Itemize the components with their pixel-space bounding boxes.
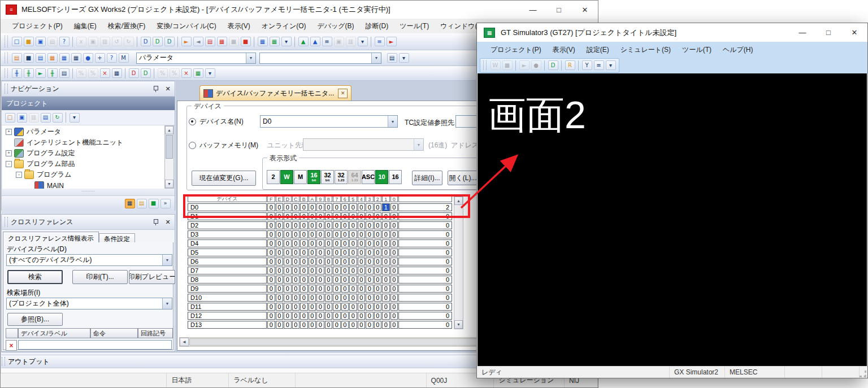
bit-cell[interactable]: 0 <box>276 203 284 211</box>
tree-splitter-handle[interactable]: ········· <box>2 189 175 195</box>
sort-filter-icon[interactable]: ▾ <box>70 113 80 123</box>
device-name-cell[interactable]: D0 <box>188 203 267 211</box>
bit-cell[interactable]: 0 <box>390 239 398 247</box>
gx-titlebar[interactable]: ≡ MELSOFTシリーズ GX Works2 (プロジェクト未設定) - [デ… <box>1 1 598 19</box>
bit-cell[interactable]: 0 <box>267 230 275 238</box>
bit-cell[interactable]: 0 <box>390 276 398 284</box>
bit-cell[interactable]: 0 <box>349 285 357 293</box>
docking-window-icon[interactable]: ▤ <box>36 53 46 63</box>
bit-cell[interactable]: 0 <box>366 294 374 302</box>
menu-item-4[interactable]: 表示(V) <box>222 19 256 33</box>
bit-cell[interactable]: 0 <box>390 312 398 320</box>
bit-cell[interactable]: 0 <box>325 239 333 247</box>
bit-cell[interactable]: 0 <box>333 303 341 311</box>
bit-cell[interactable]: 0 <box>349 230 357 238</box>
view-chevron-icon[interactable]: » <box>160 199 171 208</box>
bit-cell[interactable]: 0 <box>325 312 333 320</box>
bit-cell[interactable]: 0 <box>341 267 349 274</box>
bit-cell[interactable]: 0 <box>316 285 324 293</box>
bit-cell[interactable]: 0 <box>374 285 382 293</box>
watch1-icon[interactable]: % <box>76 68 86 78</box>
open-project-icon[interactable]: ■ <box>24 37 34 46</box>
table-vertical-scrollbar[interactable]: ▲ ▼ <box>454 196 463 329</box>
bit-cell[interactable]: 0 <box>390 303 398 311</box>
bit-cell[interactable]: 0 <box>276 239 284 247</box>
bit-cell[interactable]: 0 <box>267 212 275 220</box>
bit-cell[interactable]: 0 <box>284 276 292 284</box>
bit-cell[interactable]: 0 <box>374 212 382 220</box>
bit-cell[interactable]: 0 <box>382 312 390 320</box>
bit-cell[interactable]: 0 <box>358 249 366 256</box>
device-register-icon[interactable]: ▦ <box>258 37 268 46</box>
gt-minimize-button[interactable]: — <box>789 23 815 42</box>
step-ladder1-icon[interactable]: ╫ <box>12 68 22 78</box>
bit-cell[interactable]: 0 <box>309 203 316 211</box>
bit-cell[interactable]: 0 <box>276 212 284 220</box>
bit-cell[interactable]: 0 <box>316 239 324 247</box>
bit-cell[interactable]: 0 <box>382 212 390 220</box>
bit-cell[interactable]: 0 <box>284 294 292 302</box>
bit-cell[interactable]: 0 <box>390 249 398 256</box>
bit-cell[interactable]: 0 <box>382 321 390 329</box>
bit-cell[interactable]: 0 <box>390 221 398 229</box>
menu-item-0[interactable]: プロジェクト(P) <box>485 43 547 56</box>
paste-icon[interactable]: ▥ <box>100 37 110 46</box>
bit-cell[interactable]: 0 <box>366 267 374 274</box>
bit-cell[interactable]: 0 <box>333 203 341 211</box>
bit-cell[interactable]: 0 <box>341 258 349 265</box>
bit-cell[interactable]: 0 <box>309 303 316 311</box>
open-w-project-icon[interactable]: W <box>491 60 501 70</box>
value-cell[interactable]: 0 <box>398 267 452 274</box>
format-button-multipoint[interactable]: M <box>294 170 307 184</box>
device-test-grid-icon[interactable]: ▦ <box>112 68 122 78</box>
tree-item-folder[interactable]: -プログラム <box>2 169 165 180</box>
menu-item-1[interactable]: 表示(V) <box>547 43 581 56</box>
device-name-radio[interactable] <box>189 118 196 125</box>
bit-cell[interactable]: 0 <box>267 276 275 284</box>
value-cell[interactable]: 0 <box>398 294 452 302</box>
value-cell[interactable]: 0 <box>398 212 452 220</box>
bit-cell[interactable]: 0 <box>316 212 324 220</box>
bit-cell[interactable]: 0 <box>333 267 341 274</box>
bit-cell[interactable]: 0 <box>292 321 300 329</box>
bit-cell[interactable]: 0 <box>325 230 333 238</box>
toolbar-overflow-icon[interactable]: ▾ <box>606 60 616 70</box>
start-monitor-icon[interactable]: ▲ <box>298 37 309 46</box>
watch3-icon[interactable]: % <box>158 68 168 78</box>
bit-cell[interactable]: 0 <box>333 321 341 329</box>
bit-cell[interactable]: 0 <box>382 276 390 284</box>
bit-cell[interactable]: 0 <box>390 321 398 329</box>
bit-cell[interactable]: 0 <box>349 203 357 211</box>
bit-cell[interactable]: 0 <box>349 249 357 256</box>
redo-icon[interactable]: ↻ <box>124 37 134 46</box>
menu-item-2[interactable]: 設定(E) <box>581 43 615 56</box>
detail-button[interactable]: 詳細(I)... <box>412 171 442 185</box>
bit-cell[interactable]: 0 <box>300 212 308 220</box>
bit-cell[interactable]: 0 <box>267 321 275 329</box>
bit-cell[interactable]: 0 <box>374 258 382 265</box>
bit-cell[interactable]: 0 <box>382 258 390 265</box>
value-cell[interactable]: 0 <box>398 303 452 311</box>
bit-cell[interactable]: 0 <box>267 312 275 320</box>
bit-cell[interactable]: 0 <box>300 239 308 247</box>
tree-expand-toggle[interactable]: + <box>6 150 12 156</box>
bit-cell[interactable]: 0 <box>366 312 374 320</box>
copy-icon[interactable]: ▣ <box>88 37 98 46</box>
step-ladder2-icon[interactable]: ╫ <box>24 68 34 78</box>
write-to-plc-icon[interactable]: ► <box>181 37 192 46</box>
bit-cell[interactable]: 0 <box>309 249 316 256</box>
bit-cell[interactable]: 0 <box>300 312 308 320</box>
refresh-icon[interactable]: ↻ <box>53 113 63 123</box>
bit-cell[interactable]: 0 <box>366 258 374 265</box>
bit-cell[interactable]: 0 <box>366 276 374 284</box>
device-monitor-icon[interactable]: D <box>548 60 558 70</box>
chevron-down-icon[interactable]: ▼ <box>371 53 381 63</box>
print-button[interactable]: 印刷(T)... <box>72 270 128 284</box>
bit-cell[interactable]: 0 <box>333 212 341 220</box>
bit-cell[interactable]: 0 <box>267 303 275 311</box>
bit-cell[interactable]: 0 <box>325 212 333 220</box>
cut-icon[interactable]: x <box>76 37 86 46</box>
device-name-cell[interactable]: D6 <box>188 258 267 265</box>
stop-monitor-icon[interactable]: ▲ <box>310 37 320 46</box>
gt-close-button[interactable]: ✕ <box>841 23 867 42</box>
